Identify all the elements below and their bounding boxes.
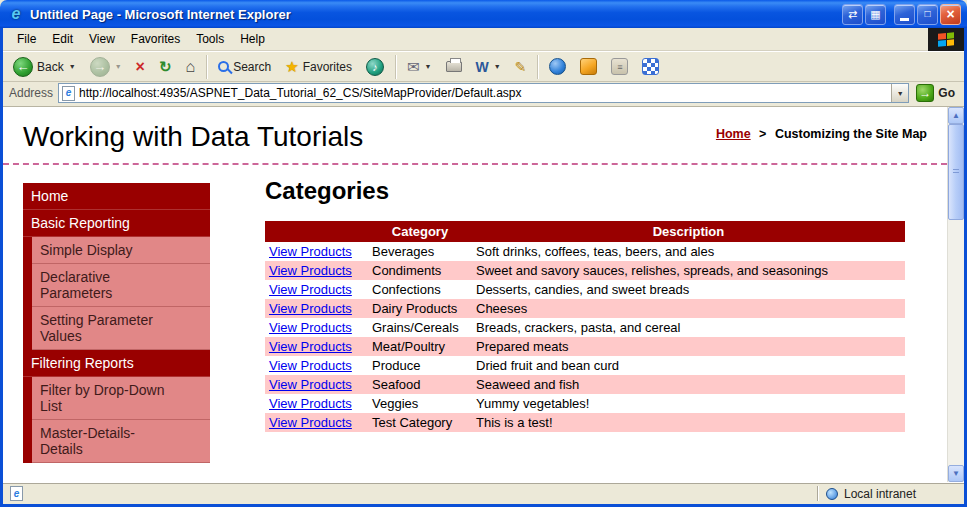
back-dropdown-icon[interactable]: ▼ [69,63,76,70]
go-icon: → [916,84,934,102]
sidebar-item-filtering-reports[interactable]: Filtering Reports [23,350,210,377]
refresh-icon: ↻ [159,59,172,74]
menu-file[interactable]: File [9,29,44,49]
sidebar-item-setting-parameter-values[interactable]: Setting Parameter Values [23,307,210,350]
sidebar-item-label: Home [31,188,68,204]
view-products-link[interactable]: View Products [269,377,352,392]
description-cell: Dried fruit and bean curd [472,356,905,375]
mail-icon: ✉ [407,59,420,74]
view-products-link[interactable]: View Products [269,339,352,354]
edit-with-word-button[interactable]: W ▼ [470,57,507,77]
menu-tools[interactable]: Tools [188,29,232,49]
table-row: View Products Confections Desserts, cand… [265,280,905,299]
view-products-link[interactable]: View Products [269,358,352,373]
sidebar-item-master-details-details[interactable]: Master-Details-Details [23,420,210,463]
mail-button[interactable]: ✉ ▼ [401,56,438,77]
messenger-icon [549,58,566,75]
window-controls: ⇄ ▦ □ × [842,4,961,25]
minimize-button[interactable] [894,4,915,25]
messenger-button[interactable] [543,55,572,78]
view-products-link[interactable]: View Products [269,244,352,259]
scrollbar-thumb[interactable] [948,124,964,220]
view-products-link[interactable]: View Products [269,396,352,411]
msn-icon [580,58,597,75]
browser-window: e Untitled Page - Microsoft Internet Exp… [0,0,967,507]
sidebar-item-declarative-parameters[interactable]: Declarative Parameters [23,264,210,307]
scroll-up-button[interactable]: ▲ [948,107,964,124]
window-title: Untitled Page - Microsoft Internet Explo… [30,7,291,22]
address-url: http://localhost:4935/ASPNET_Data_Tutori… [79,86,891,100]
print-button[interactable] [440,58,468,75]
table-row: View Products Dairy Products Cheeses [265,299,905,318]
msn-button[interactable] [574,55,603,78]
view-products-link[interactable]: View Products [269,415,352,430]
media-button[interactable]: ♪ [360,55,390,79]
sidebar-item-basic-reporting[interactable]: Basic Reporting [23,210,210,237]
view-products-link[interactable]: View Products [269,263,352,278]
edit-button[interactable]: ✎ [509,57,533,77]
category-cell: Condiments [368,261,472,280]
sidebar-item-label: Master-Details-Details [40,425,168,457]
address-input[interactable]: e http://localhost:4935/ASPNET_Data_Tuto… [58,83,909,103]
view-products-link[interactable]: View Products [269,301,352,316]
word-icon: W [476,60,489,74]
toolbar-separator [206,55,207,79]
menu-favorites[interactable]: Favorites [123,29,188,49]
search-button[interactable]: Search [212,57,277,77]
category-cell: Confections [368,280,472,299]
vertical-scrollbar[interactable]: ▲ ▼ [947,107,964,482]
refresh-button[interactable]: ↻ [153,56,178,77]
sidebar-item-label: Setting Parameter Values [40,312,168,344]
table-row: View Products Seafood Seaweed and fish [265,375,905,394]
view-products-link[interactable]: View Products [269,320,352,335]
forward-icon: → [90,57,110,77]
go-button[interactable]: → Go [914,83,960,103]
menu-help[interactable]: Help [232,29,273,49]
research-button[interactable]: ≡ [605,55,634,78]
breadcrumb-separator: > [759,127,766,141]
category-cell: Dairy Products [368,299,472,318]
table-row: View Products Veggies Yummy vegetables! [265,394,905,413]
sidebar-item-label: Simple Display [40,242,133,258]
category-cell: Meat/Poultry [368,337,472,356]
title-bar: e Untitled Page - Microsoft Internet Exp… [0,0,967,28]
table-row: View Products Grains/Cereals Breads, cra… [265,318,905,337]
description-cell: Desserts, candies, and sweet breads [472,280,905,299]
word-dropdown-icon[interactable]: ▼ [494,63,501,70]
media-icon: ♪ [366,58,384,76]
sidebar-item-label: Declarative Parameters [40,269,168,301]
back-button[interactable]: ← Back ▼ [7,54,82,80]
status-bar: e Local intranet [3,482,964,504]
monitor-button[interactable]: ▦ [865,4,886,25]
search-label: Search [233,60,271,74]
research-icon: ≡ [611,58,628,75]
back-label: Back [37,60,64,74]
maximize-button[interactable]: □ [917,4,938,25]
scroll-down-button[interactable]: ▼ [948,465,964,482]
menu-view[interactable]: View [81,29,123,49]
breadcrumb-home-link[interactable]: Home [716,127,751,141]
home-icon: ⌂ [185,59,195,75]
site-header: Working with Data Tutorials Home > Custo… [3,107,947,165]
quick-launch-button[interactable] [636,55,665,78]
page-doc-icon: e [62,86,75,101]
search-icon [218,61,229,72]
sidebar-item-filter-by-dropdown-list[interactable]: Filter by Drop-Down List [23,377,210,420]
menu-edit[interactable]: Edit [44,29,81,49]
sidebar-item-home[interactable]: Home [23,183,210,210]
sidebar-item-label: Filtering Reports [31,355,134,371]
toolbar-separator [537,55,538,79]
forward-button[interactable]: → ▼ [84,54,128,80]
address-dropdown-button[interactable]: ▼ [891,84,908,102]
sidebar-item-simple-display[interactable]: Simple Display [23,237,210,264]
stop-button[interactable]: × [130,56,151,78]
view-products-link[interactable]: View Products [269,282,352,297]
mail-dropdown-icon[interactable]: ▼ [425,63,432,70]
favorites-button[interactable]: ★ Favorites [279,56,358,77]
table-row: View Products Meat/Poultry Prepared meat… [265,337,905,356]
close-button[interactable]: × [940,4,961,25]
screen-toggle-button[interactable]: ⇄ [842,4,863,25]
address-bar: Address e http://localhost:4935/ASPNET_D… [3,82,964,107]
scrollbar-track[interactable] [948,124,964,465]
home-button[interactable]: ⌂ [179,56,201,78]
